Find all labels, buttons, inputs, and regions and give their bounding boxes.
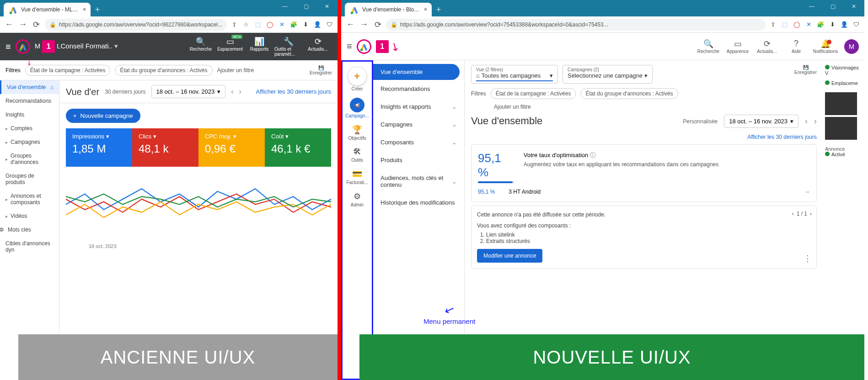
add-filter-button[interactable]: Ajouter un filtre (217, 67, 254, 74)
menu-icon[interactable]: ≡ (347, 41, 352, 52)
prev-period-button[interactable]: ‹ (231, 88, 233, 96)
star-icon[interactable]: ☆ (241, 20, 251, 29)
legend-emplacements[interactable]: Emplaceme (825, 80, 863, 86)
rail-campagnes[interactable]: 📢Campagn... (343, 96, 372, 120)
extension-icon[interactable]: ◯ (792, 20, 801, 29)
url-input[interactable]: 🔒 https://ads.google.com/aw/overview?oci… (386, 19, 766, 31)
extension-icon[interactable]: ⬚ (253, 20, 263, 29)
extension-icon[interactable]: ✕ (804, 20, 813, 29)
subnav-insights[interactable]: Insights et rapports⌄ (373, 98, 464, 116)
chevron-right-icon[interactable]: › (810, 211, 812, 217)
rail-admin[interactable]: ⚙Admin (343, 190, 372, 209)
subnav-historique[interactable]: Historique des modifications (373, 194, 464, 211)
subnav-recommandations[interactable]: Recommandations (373, 80, 464, 98)
sidebar-item-videos[interactable]: ▸Vidéos (0, 209, 59, 223)
forward-button[interactable]: → (17, 20, 28, 29)
kebab-menu-icon[interactable]: ⋮ (804, 253, 812, 264)
refresh-tool[interactable]: ⟳Actualis... (304, 37, 332, 57)
sidebar-item-groupes-produits[interactable]: Groupes de produits (0, 169, 59, 189)
rail-outils[interactable]: 🛠Outils (343, 145, 372, 164)
tab-close-icon[interactable]: × (83, 6, 86, 13)
next-period-button[interactable]: › (814, 116, 817, 126)
date-range-picker[interactable]: 18 oct. – 16 nov. 2023▾ (151, 85, 226, 98)
ad-thumbnail[interactable] (825, 117, 857, 140)
rail-facturation[interactable]: 💳Facturati... (343, 167, 372, 187)
notifications-tool[interactable]: 🔔Notifications (811, 39, 840, 54)
extension-icon[interactable]: ⬚ (780, 20, 789, 29)
extension-icon[interactable]: ◯ (265, 20, 274, 29)
ad-thumbnail[interactable] (825, 92, 857, 115)
share-icon[interactable]: ⇪ (768, 20, 777, 29)
extension-icon[interactable]: 🛡 (852, 20, 861, 29)
metric-impressions[interactable]: Impressions ▾1,85 M (66, 128, 132, 167)
chevron-left-icon[interactable]: ‹ (792, 211, 794, 217)
campaign-selector[interactable]: Campagnes (2) Sélectionnez une campagne▾ (563, 65, 653, 84)
legend-visionnages[interactable]: Visionnages V (825, 65, 863, 76)
subnav-composants[interactable]: Composants⌄ (373, 133, 464, 151)
filter-chip-adgroup[interactable]: État du groupe d'annonces : Activés (115, 65, 212, 76)
sidebar-item-overview[interactable]: Vue d'ensemble ⌂ (0, 80, 59, 94)
add-filter-button[interactable]: Ajouter un filtre (471, 104, 817, 110)
avatar[interactable]: M (844, 39, 859, 54)
show-30-days-link[interactable]: Afficher les 30 derniers jours (256, 88, 331, 95)
account-icon[interactable]: 👤 (840, 20, 849, 29)
show-30-days-link[interactable]: Afficher les 30 derniers jours (747, 134, 817, 140)
rail-objectifs[interactable]: 🏆Objectifs (343, 123, 372, 142)
next-period-button[interactable]: › (239, 88, 241, 96)
tools-settings[interactable]: 🔧Outils et paramèt... (274, 37, 303, 57)
spacing-tool[interactable]: BÊTA▭Espacement (216, 37, 244, 57)
url-input[interactable]: 🔒 https://ads.google.com/aw/overview?oci… (45, 19, 227, 31)
arrow-right-icon[interactable]: → (804, 189, 810, 195)
download-icon[interactable]: ⬇ (301, 20, 310, 29)
forward-button[interactable]: → (359, 20, 370, 29)
search-tool[interactable]: 🔍Recherche (187, 37, 215, 57)
subnav-produits[interactable]: Produits (373, 151, 464, 169)
back-button[interactable]: ← (4, 20, 15, 29)
sidebar-item-comptes[interactable]: ▸Comptes (0, 121, 59, 135)
appearance-tool[interactable]: ▭Apparence (723, 39, 752, 54)
extensions-icon[interactable]: 🧩 (816, 20, 825, 29)
new-campaign-button[interactable]: +Nouvelle campagne (66, 109, 140, 123)
view-selector[interactable]: Vue (2 filtres) ⌂Toutes les campagnes▾ (471, 65, 558, 84)
reload-button[interactable]: ⟳ (31, 20, 42, 30)
window-close-icon[interactable]: ✕ (843, 0, 864, 13)
new-tab-button[interactable]: + (91, 3, 105, 16)
filter-chip-adgroup[interactable]: État du groupe d'annonces : Activés (580, 88, 678, 99)
reload-button[interactable]: ⟳ (372, 20, 383, 30)
sidebar-item-campagnes[interactable]: ▸Campagnes (0, 135, 59, 149)
sidebar-item-annonces[interactable]: ▸Annonces et composants (0, 189, 59, 209)
refresh-tool[interactable]: ⟳Actualis... (753, 39, 781, 54)
save-button[interactable]: 💾Enregistrer (310, 65, 332, 75)
filter-chip-campaign[interactable]: État de la campagne : Activées (491, 88, 576, 99)
browser-tab[interactable]: Vue d'ensemble - MLConseil Fo × (4, 3, 91, 16)
extension-icon[interactable]: 🛡 (325, 20, 334, 29)
share-icon[interactable]: ⇪ (230, 20, 239, 29)
search-tool[interactable]: 🔍Recherche (694, 39, 723, 54)
new-tab-button[interactable]: + (432, 3, 446, 16)
account-icon[interactable]: 👤 (313, 20, 322, 29)
extension-icon[interactable]: ✕ (277, 20, 286, 29)
date-range-picker[interactable]: 18 oct. – 16 nov. 2023▾ (724, 115, 798, 128)
subnav-audiences[interactable]: Audiences, mots clés et contenu⌄ (373, 169, 464, 194)
rail-create-button[interactable]: +Créer (343, 65, 372, 93)
sidebar-item-recommandations[interactable]: Recommandations (0, 94, 59, 108)
metric-clics[interactable]: Clics ▾48,1 k (132, 128, 198, 167)
sidebar-item-cibles[interactable]: Cibles d'annonces dyn (0, 237, 59, 257)
sidebar-item-insights[interactable]: Insights (0, 108, 59, 121)
download-icon[interactable]: ⬇ (828, 20, 837, 29)
menu-icon[interactable]: ≡ (5, 42, 11, 52)
window-maximize-icon[interactable]: ▢ (295, 0, 316, 13)
metric-cpc[interactable]: CPC moy. ▾0,96 € (198, 128, 265, 167)
modify-ad-button[interactable]: Modifier une annonce (477, 249, 542, 263)
reports-tool[interactable]: 📊Rapports (245, 37, 273, 57)
save-button[interactable]: 💾Enregistrer (794, 65, 817, 84)
sidebar-item-mots-cles[interactable]: ⚙Mots clés (0, 223, 59, 237)
info-icon[interactable]: ⓘ (590, 152, 596, 158)
help-tool[interactable]: ?Aide (782, 39, 810, 54)
account-name[interactable]: M1MLConseil Formati..LConseil Formati.. … (35, 40, 182, 53)
filter-chip-campaign[interactable]: État de la campagne : Activées (25, 65, 111, 76)
window-close-icon[interactable]: ✕ (316, 0, 338, 13)
tab-close-icon[interactable]: × (424, 6, 427, 13)
subnav-overview[interactable]: Vue d'ensemble (373, 64, 460, 80)
window-minimize-icon[interactable]: — (274, 0, 295, 13)
